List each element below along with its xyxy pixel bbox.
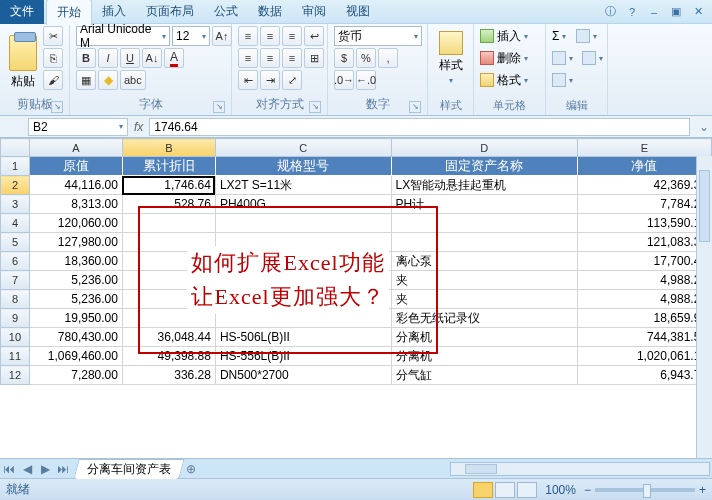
- row-header[interactable]: 6: [1, 252, 30, 271]
- tab-home[interactable]: 开始: [46, 0, 92, 25]
- font-color-button[interactable]: A: [164, 48, 184, 68]
- font-launcher[interactable]: ↘: [213, 101, 225, 113]
- horizontal-scrollbar[interactable]: [450, 462, 710, 476]
- cell[interactable]: 42,369.36: [577, 176, 711, 195]
- formula-expand-icon[interactable]: ⌄: [696, 118, 712, 136]
- row-header[interactable]: 8: [1, 290, 30, 309]
- percent-button[interactable]: %: [356, 48, 376, 68]
- cell[interactable]: 17,700.40: [577, 252, 711, 271]
- row-header[interactable]: 10: [1, 328, 30, 347]
- cell[interactable]: 5,236.00: [29, 271, 122, 290]
- comma-button[interactable]: ,: [378, 48, 398, 68]
- align-right-button[interactable]: ≡: [282, 48, 302, 68]
- window-restore-icon[interactable]: ▣: [668, 5, 684, 19]
- cell[interactable]: 44,116.00: [29, 176, 122, 195]
- cell[interactable]: 7,280.00: [29, 366, 122, 385]
- copy-button[interactable]: ⎘: [43, 48, 63, 68]
- zoom-out-button[interactable]: −: [584, 483, 591, 497]
- formula-input[interactable]: 1746.64: [149, 118, 690, 136]
- zoom-slider[interactable]: [595, 488, 695, 492]
- decrease-decimal-button[interactable]: ←.0: [356, 70, 376, 90]
- zoom-level[interactable]: 100%: [545, 483, 576, 497]
- orientation-button[interactable]: ⤢: [282, 70, 302, 90]
- clipboard-launcher[interactable]: ↘: [51, 101, 63, 113]
- align-launcher[interactable]: ↘: [309, 101, 321, 113]
- tab-view[interactable]: 视图: [336, 0, 380, 24]
- increase-font-button[interactable]: A↑: [212, 26, 232, 46]
- decrease-font-button[interactable]: A↓: [142, 48, 162, 68]
- italic-button[interactable]: I: [98, 48, 118, 68]
- row-header[interactable]: 3: [1, 195, 30, 214]
- font-name-select[interactable]: Arial Unicode M▾: [76, 26, 170, 46]
- paste-button[interactable]: 粘贴: [6, 26, 39, 90]
- window-minimize-icon[interactable]: –: [646, 5, 662, 19]
- cell[interactable]: 780,430.00: [29, 328, 122, 347]
- cell[interactable]: DN500*2700: [215, 366, 391, 385]
- phonetic-button[interactable]: abc: [120, 70, 146, 90]
- wrap-text-button[interactable]: ↩: [304, 26, 324, 46]
- col-header-B[interactable]: B: [122, 139, 215, 157]
- cell[interactable]: 1,746.64: [122, 176, 215, 195]
- tab-data[interactable]: 数据: [248, 0, 292, 24]
- row-header[interactable]: 9: [1, 309, 30, 328]
- increase-indent-button[interactable]: ⇥: [260, 70, 280, 90]
- help-icon[interactable]: ?: [624, 5, 640, 19]
- fill-button[interactable]: ▾ ▾: [552, 48, 603, 68]
- cell[interactable]: 19,950.00: [29, 309, 122, 328]
- cell[interactable]: 6,943.72: [577, 366, 711, 385]
- cell[interactable]: 分气缸: [391, 366, 577, 385]
- row-header[interactable]: 7: [1, 271, 30, 290]
- number-launcher[interactable]: ↘: [409, 101, 421, 113]
- tab-insert[interactable]: 插入: [92, 0, 136, 24]
- cell[interactable]: 4,988.24: [577, 271, 711, 290]
- styles-button[interactable]: 样式 ▾: [434, 26, 467, 90]
- tab-formula[interactable]: 公式: [204, 0, 248, 24]
- bold-button[interactable]: B: [76, 48, 96, 68]
- cell[interactable]: 121,083.30: [577, 233, 711, 252]
- row-header[interactable]: 2: [1, 176, 30, 195]
- row-header[interactable]: 11: [1, 347, 30, 366]
- underline-button[interactable]: U: [120, 48, 140, 68]
- cell[interactable]: 127,980.00: [29, 233, 122, 252]
- cell[interactable]: 8,313.00: [29, 195, 122, 214]
- cells-insert-button[interactable]: 插入▾: [480, 26, 528, 46]
- font-size-select[interactable]: 12▾: [172, 26, 210, 46]
- window-close-icon[interactable]: ✕: [690, 5, 706, 19]
- cells-format-button[interactable]: 格式▾: [480, 70, 528, 90]
- align-left-button[interactable]: ≡: [238, 48, 258, 68]
- fill-color-button[interactable]: ◆: [98, 70, 118, 90]
- select-all-corner[interactable]: [1, 139, 30, 157]
- new-sheet-button[interactable]: ⊕: [182, 462, 200, 476]
- cell[interactable]: 744,381.56: [577, 328, 711, 347]
- border-button[interactable]: ▦: [76, 70, 96, 90]
- header-cell[interactable]: 净值: [577, 157, 711, 176]
- col-header-C[interactable]: C: [215, 139, 391, 157]
- header-cell[interactable]: 规格型号: [215, 157, 391, 176]
- header-cell[interactable]: 原值: [29, 157, 122, 176]
- align-center-button[interactable]: ≡: [260, 48, 280, 68]
- cell[interactable]: 7,784.24: [577, 195, 711, 214]
- tab-page-layout[interactable]: 页面布局: [136, 0, 204, 24]
- view-layout-button[interactable]: [495, 482, 515, 498]
- autosum-button[interactable]: Σ▾ ▾: [552, 26, 597, 46]
- col-header-E[interactable]: E: [577, 139, 711, 157]
- cell[interactable]: 1,020,061.12: [577, 347, 711, 366]
- align-middle-button[interactable]: ≡: [260, 26, 280, 46]
- header-cell[interactable]: 固定资产名称: [391, 157, 577, 176]
- cell[interactable]: 4,988.24: [577, 290, 711, 309]
- header-cell[interactable]: 累计折旧: [122, 157, 215, 176]
- tab-nav-last[interactable]: ⏭: [54, 462, 72, 476]
- align-top-button[interactable]: ≡: [238, 26, 258, 46]
- row-header[interactable]: 4: [1, 214, 30, 233]
- clear-button[interactable]: ▾: [552, 70, 573, 90]
- cell[interactable]: 5,236.00: [29, 290, 122, 309]
- vertical-scrollbar[interactable]: [696, 156, 712, 458]
- cell[interactable]: 18,659.90: [577, 309, 711, 328]
- row-header[interactable]: 12: [1, 366, 30, 385]
- align-bottom-button[interactable]: ≡: [282, 26, 302, 46]
- col-header-A[interactable]: A: [29, 139, 122, 157]
- cell[interactable]: 120,060.00: [29, 214, 122, 233]
- view-pagebreak-button[interactable]: [517, 482, 537, 498]
- tab-file[interactable]: 文件: [0, 0, 44, 24]
- cell[interactable]: LX智能动悬挂起重机: [391, 176, 577, 195]
